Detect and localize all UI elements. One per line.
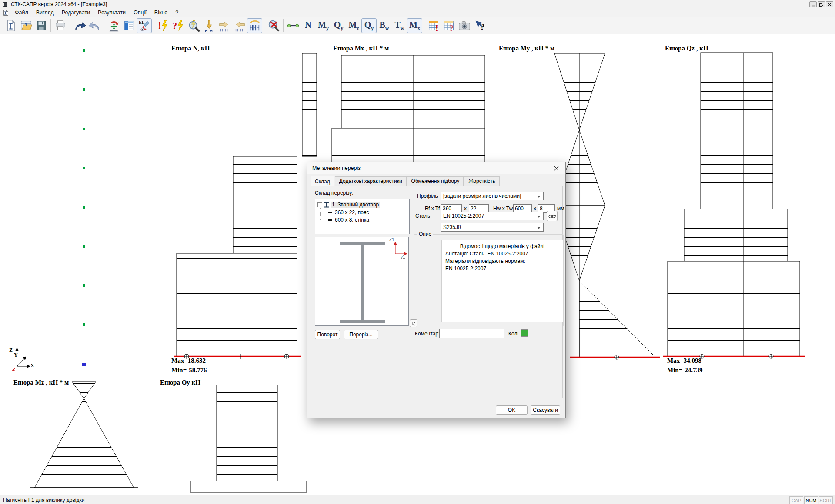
report-panel-button[interactable] [121, 18, 137, 33]
menu-file[interactable]: Файл [11, 9, 32, 17]
diagram-bw-button[interactable]: Bw [377, 18, 392, 33]
ok-button[interactable]: OK [496, 405, 528, 415]
diagram-tw-label: T [394, 20, 400, 30]
restore-icon [819, 3, 823, 7]
section-composition-tree[interactable]: 1. Зварний двотавр 360 x 22, пояс 600 x … [315, 199, 410, 234]
tab-composition[interactable]: Склад [311, 176, 334, 186]
structure-column [82, 49, 86, 366]
svg-text:?: ? [449, 23, 454, 32]
steel-label: Сталь [415, 213, 430, 219]
caps-lock-indicator: CAP [789, 496, 803, 504]
profile-value: [задати розміри листів числами] [443, 193, 521, 199]
description-line: Анотація: Сталь EN 10025-2:2007 [442, 250, 563, 258]
description-label: Опис [417, 231, 433, 237]
results-next-button[interactable] [217, 18, 232, 33]
check-calculation-button[interactable]: ? [171, 18, 186, 33]
dialog-close-button[interactable] [550, 164, 563, 172]
floors-group-icon [248, 19, 261, 32]
new-document-button[interactable] [3, 18, 18, 33]
open-folder-icon [20, 19, 33, 32]
undo-button[interactable] [87, 18, 102, 33]
comment-input[interactable] [439, 329, 504, 338]
toolbar-separator [264, 19, 264, 32]
tree-expand-icon[interactable] [317, 202, 322, 207]
section-button[interactable]: Переріз... [344, 330, 378, 339]
tree-item-flange[interactable]: 360 x 22, пояс [335, 209, 369, 216]
diagram-qy-button[interactable]: Qy [331, 18, 346, 33]
steel-standard-value: EN 10025-2:2007 [443, 213, 484, 219]
tree-item-welded-ibeam[interactable]: 1. Зварний двотавр [331, 202, 380, 208]
description-group: Опис Відомості щодо матеріалів у файлі А… [414, 234, 564, 326]
section-preview[interactable]: Z1 y1 [315, 237, 409, 326]
close-view-button[interactable] [266, 18, 281, 33]
print-button[interactable] [53, 18, 68, 33]
save-button[interactable] [33, 18, 49, 33]
diagram-qy2-button[interactable]: Qy [361, 18, 377, 33]
restore-button[interactable] [818, 1, 825, 7]
minimize-icon [811, 3, 815, 7]
snapshot-button[interactable] [457, 18, 472, 33]
steel-standard-select[interactable]: EN 10025-2:2007 [441, 212, 544, 220]
results-prev-button[interactable] [232, 18, 247, 33]
menu-options[interactable]: Опції [130, 9, 150, 17]
tab-stiffness[interactable]: Жорсткість [464, 176, 499, 186]
app-window: СТК-САПР версія 2024 x64 - [Example3] Фа… [0, 0, 835, 504]
table-exclamation-icon: ! [428, 19, 441, 32]
element-button[interactable] [285, 18, 301, 33]
tab-additional-characteristics[interactable]: Додаткові характеристики [335, 176, 407, 186]
section-color-swatch[interactable] [521, 329, 528, 337]
update-scheme-button[interactable] [106, 18, 121, 33]
minimize-button[interactable] [809, 1, 817, 7]
axis-x-label: X [30, 362, 34, 369]
tab-selection-limits[interactable]: Обмеження підбору [407, 176, 464, 186]
status-bar: Натисніть F1 для виклику довідки CAP NUM… [0, 495, 835, 504]
steel-grade-select[interactable]: S235J0 [441, 223, 544, 232]
diagram-mz-button[interactable]: Mz [346, 18, 361, 33]
table-check-button[interactable]: ? [441, 18, 457, 33]
tree-item-web[interactable]: 600 x 8, стінка [335, 217, 369, 223]
toolbar-separator [104, 19, 104, 32]
diagram-qy-shape [190, 385, 307, 492]
diagram-tw-button[interactable]: Tw [392, 18, 407, 33]
chevron-down-icon [537, 216, 541, 218]
menu-view[interactable]: Вигляд [32, 9, 58, 17]
table-results-button[interactable]: ! [426, 18, 441, 33]
rotate-move-icon [107, 19, 120, 32]
menu-edit[interactable]: Редагувати [58, 9, 94, 17]
menu-help[interactable]: ? [171, 9, 182, 17]
hw-tw-label: Hw x Tw [493, 206, 513, 212]
close-button[interactable] [826, 1, 833, 7]
cancel-button[interactable]: Скасувати [531, 405, 560, 415]
toolbar-separator [70, 19, 70, 32]
redo-button[interactable] [72, 18, 87, 33]
steel-library-button[interactable] [547, 211, 558, 221]
dialog-title-bar[interactable]: Металевий переріз [307, 162, 565, 174]
toolbar-separator [50, 19, 51, 32]
calculate-button[interactable]: ! [156, 18, 171, 33]
open-file-button[interactable] [18, 18, 33, 33]
steel-grade-value: S235J0 [443, 224, 461, 230]
description-line: Відомості щодо матеріалів у файлі [442, 243, 563, 250]
diagram-my-button[interactable]: My [316, 18, 331, 33]
dims-x1-label: x [464, 206, 467, 212]
toolbar-separator [154, 19, 154, 32]
undo-icon [88, 19, 101, 32]
menu-results[interactable]: Результати [94, 9, 130, 17]
dims-x2-label: x [534, 206, 536, 212]
diagram-mx-button[interactable]: Mx [407, 18, 422, 33]
svg-text:!: ! [157, 20, 161, 31]
diagram-my-label: M [318, 20, 326, 30]
inspect-calculation-button[interactable] [186, 18, 201, 33]
all-floors-button[interactable] [247, 18, 262, 33]
comment-label: Коментар: [415, 331, 440, 337]
el-properties-button[interactable]: EL [137, 18, 152, 33]
window-title: СТК-САПР версія 2024 x64 - [Example3] [11, 1, 107, 7]
print-icon [54, 19, 67, 32]
diagram-n-button[interactable]: N [301, 18, 316, 33]
rotate-button[interactable]: Поворот [315, 330, 340, 339]
ibeam-icon [324, 202, 329, 208]
menu-window[interactable]: Вікно [150, 9, 171, 17]
results-down-button[interactable] [201, 18, 217, 33]
context-help-button[interactable]: ? [472, 18, 487, 33]
profile-select[interactable]: [задати розміри листів числами] [441, 192, 544, 200]
